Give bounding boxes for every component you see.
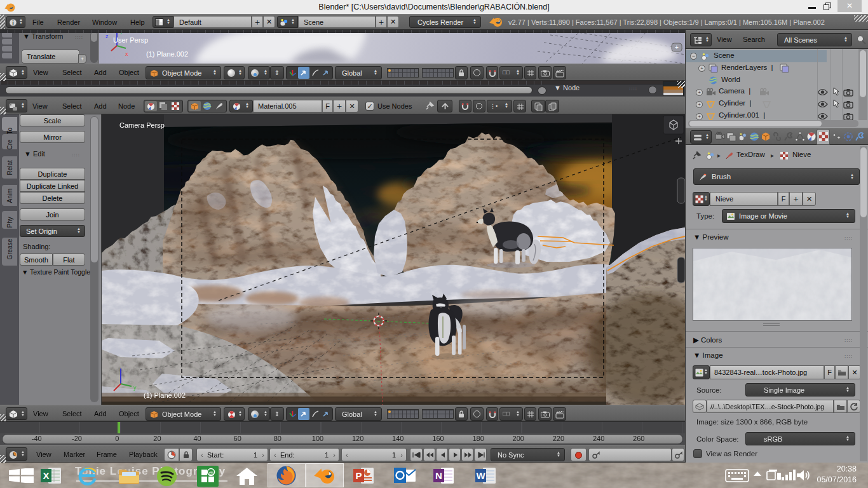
svg-text:P: P <box>355 470 362 481</box>
svg-text:i: i <box>12 19 14 25</box>
svg-text:W: W <box>476 470 485 481</box>
svg-text:N: N <box>435 470 442 481</box>
svg-text:(1) Plane.002: (1) Plane.002 <box>144 391 186 399</box>
svg-text:User Persp: User Persp <box>113 36 148 44</box>
svg-text:x: x <box>125 51 128 57</box>
svg-text:(1) Plane.002: (1) Plane.002 <box>146 50 188 58</box>
svg-text:@: @ <box>208 470 214 476</box>
svg-text:X: X <box>43 470 49 481</box>
svg-text:Camera Persp: Camera Persp <box>119 121 165 129</box>
svg-text:y: y <box>133 384 137 391</box>
svg-text:z: z <box>105 33 109 39</box>
svg-text:+: + <box>675 44 679 51</box>
